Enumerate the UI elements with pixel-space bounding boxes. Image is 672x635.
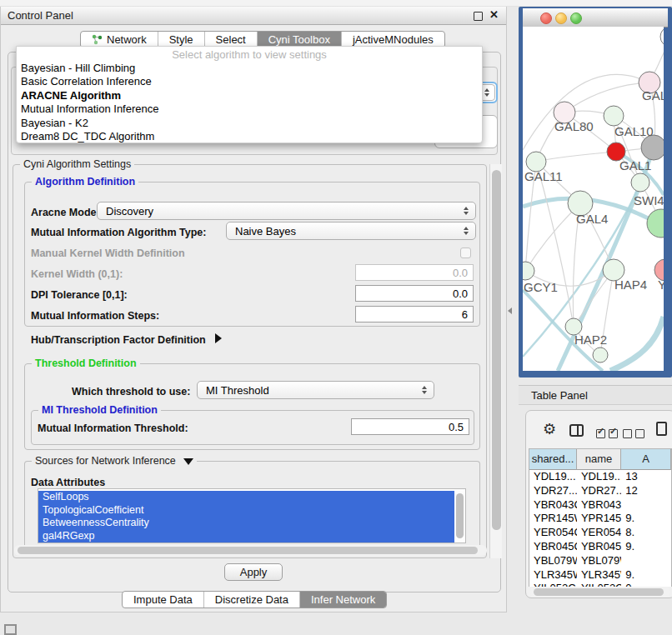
table-cell: 8.	[621, 526, 671, 540]
node-label: GAL11	[524, 169, 563, 183]
attribute-item[interactable]: BetweennessCentrality	[38, 517, 454, 530]
apply-button[interactable]: Apply	[224, 563, 283, 581]
network-window-titlebar[interactable]	[523, 8, 668, 28]
network-node[interactable]	[641, 135, 664, 160]
network-node[interactable]	[604, 106, 624, 126]
which-threshold-label: Which threshold to use:	[72, 386, 190, 398]
table-row[interactable]: YLR345WYLR345W9.	[529, 568, 671, 582]
settings-vertical-scrollbar[interactable]	[489, 164, 502, 558]
float-window-icon[interactable]	[474, 12, 483, 21]
table-cell: 12	[621, 484, 671, 498]
network-edge[interactable]	[523, 74, 649, 150]
table-cell: YPR145W	[529, 512, 577, 526]
minimize-traffic-light-icon[interactable]	[555, 12, 567, 24]
node-label: GAL4	[576, 212, 608, 226]
aracne-mode-label: Aracne Mode:	[31, 207, 100, 218]
table-horizontal-scrollbar[interactable]	[530, 587, 670, 598]
algorithm-option[interactable]: Mutual Information Inference	[19, 102, 479, 116]
attribute-item[interactable]: gal4RGexp	[38, 530, 454, 543]
sources-title-text: Sources for Network Inference	[35, 455, 176, 467]
table-row[interactable]: YDR27...YDR27...12	[529, 484, 671, 498]
algorithm-option[interactable]: Bayesian - Hill Climbing	[19, 62, 479, 75]
table-row[interactable]: YBL079WYBL079W	[529, 554, 671, 568]
column-header[interactable]: A	[621, 449, 671, 470]
dpi-tolerance-label: DPI Tolerance [0,1]:	[31, 289, 128, 301]
scrollbar-thumb[interactable]	[18, 547, 478, 554]
expanded-arrow-icon[interactable]	[183, 458, 193, 465]
table-row[interactable]: YBR043CYBR043C	[529, 498, 671, 512]
hub-definition-text: Hub/Transcription Factor Definition	[31, 334, 206, 346]
tab-impute-data[interactable]: Impute Data	[123, 592, 203, 608]
table-cell: YBR045C	[577, 540, 621, 554]
kernel-width-field[interactable]: 0.0	[355, 264, 474, 281]
table-row[interactable]: YDL19...YDL19...13	[529, 470, 671, 484]
table-row[interactable]: YBR045CYBR045C9.	[529, 540, 671, 554]
network-node[interactable]	[660, 27, 664, 47]
network-node[interactable]	[593, 348, 608, 362]
minimized-panel-icon[interactable]	[4, 624, 17, 635]
panel-resize-handle[interactable]	[508, 308, 512, 314]
deselect-all-columns-icon[interactable]	[623, 426, 648, 441]
network-node[interactable]	[647, 209, 664, 238]
network-edge[interactable]	[610, 317, 664, 371]
tab-discretize-data[interactable]: Discretize Data	[203, 592, 299, 608]
tab-infer-network[interactable]: Infer Network	[299, 592, 386, 608]
node-label: GAL10	[614, 124, 654, 138]
app-root: Control Panel ✕ NetworkStyleSelectCyni T…	[0, 0, 672, 635]
node-table[interactable]: shared...nameA YDL19...YDL19...13YDR27..…	[529, 448, 672, 587]
sources-title[interactable]: Sources for Network Inference	[32, 455, 197, 467]
node-label: GAL	[642, 88, 664, 102]
table-cell: YBL079W	[529, 554, 577, 568]
attribute-item[interactable]: TopologicalCoefficient	[38, 504, 454, 518]
scrollbar-thumb[interactable]	[456, 493, 464, 538]
gear-icon[interactable]: ⚙	[543, 422, 556, 437]
which-threshold-value: MI Threshold	[206, 384, 269, 397]
hub-definition-label[interactable]: Hub/Transcription Factor Definition	[31, 333, 222, 346]
algorithm-option[interactable]: Dream8 DC_TDC Algorithm	[19, 130, 479, 143]
scrollbar-thumb[interactable]	[492, 170, 501, 530]
column-header[interactable]: shared...	[529, 449, 577, 470]
data-attributes-list[interactable]: SelfLoopsTopologicalCoefficientBetweenne…	[38, 488, 466, 543]
close-icon[interactable]: ✕	[489, 8, 499, 21]
collapsed-arrow-icon[interactable]	[215, 333, 222, 343]
combo-stepper-icon	[464, 207, 469, 215]
table-cell: 9.	[621, 512, 671, 526]
network-edge[interactable]	[525, 203, 580, 271]
algorithm-option[interactable]: Bayesian - K2	[19, 117, 479, 130]
algorithm-option[interactable]: Basic Correlation Inference	[19, 75, 479, 88]
attribute-item[interactable]: SelfLoops	[38, 491, 454, 504]
table-panel-title: Table Panel	[531, 386, 588, 406]
scrollbar-thumb[interactable]	[534, 588, 664, 596]
table-cell	[621, 554, 671, 568]
network-canvas[interactable]: GALGAL80GAL10GAL1GAL11SWI4GAL4GCY1HAP4YH…	[523, 27, 664, 371]
select-all-columns-icon[interactable]	[596, 426, 621, 441]
column-header[interactable]: name	[577, 449, 621, 470]
network-node[interactable]	[631, 173, 649, 192]
table-cell: YDL19...	[577, 470, 621, 484]
mi-algorithm-type-label: Mutual Information Algorithm Type:	[31, 227, 206, 238]
dropdown-placeholder: Select algorithm to view settings	[17, 48, 482, 61]
table-cell	[621, 498, 671, 512]
mi-steps-field[interactable]: 6	[355, 306, 474, 322]
network-edge[interactable]	[536, 152, 616, 162]
network-node[interactable]	[523, 262, 534, 280]
table-cell: YLR345W	[577, 568, 621, 582]
algorithm-option[interactable]: ARACNE Algorithm	[19, 89, 479, 102]
close-traffic-light-icon[interactable]	[540, 12, 552, 24]
dpi-tolerance-field[interactable]: 0.0	[355, 285, 474, 302]
zoom-traffic-light-icon[interactable]	[570, 12, 582, 24]
aracne-mode-combo[interactable]: Discovery	[97, 202, 476, 220]
table-row[interactable]: YER054CYER054C8.	[529, 526, 671, 540]
mi-threshold-field[interactable]: 0.5	[351, 418, 469, 435]
aracne-mode-value: Discovery	[106, 205, 153, 218]
mi-algorithm-type-combo[interactable]: Naive Bayes	[226, 222, 476, 240]
list-vertical-scrollbar[interactable]	[454, 491, 464, 541]
table-row[interactable]: YPR145WYPR145W9.	[529, 512, 671, 526]
column-view-icon[interactable]	[569, 424, 584, 437]
table-cell: YBR045C	[529, 540, 577, 554]
manual-kernel-width-checkbox[interactable]	[460, 248, 471, 258]
which-threshold-combo[interactable]: MI Threshold	[197, 381, 434, 399]
settings-horizontal-scrollbar[interactable]	[14, 545, 487, 556]
top-strip	[0, 0, 672, 7]
document-icon[interactable]	[656, 422, 667, 436]
